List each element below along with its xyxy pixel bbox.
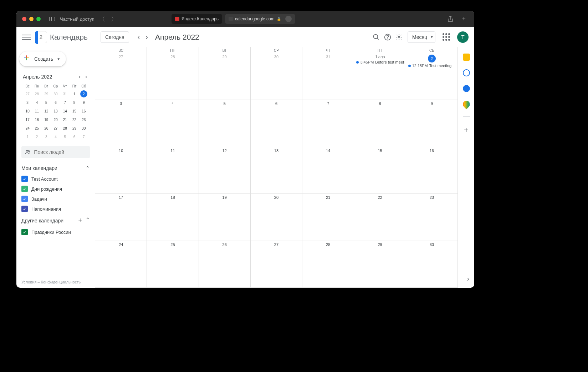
contacts-app-icon[interactable]	[463, 85, 470, 92]
collapse-side-panel-button[interactable]: ›	[467, 275, 469, 283]
mini-day-cell[interactable]: 28	[32, 90, 41, 98]
close-window-button[interactable]	[22, 17, 26, 21]
sidebar-toggle-icon[interactable]	[49, 17, 55, 21]
day-cell[interactable]: 15	[354, 147, 406, 194]
mini-day-cell[interactable]: 27	[23, 90, 32, 98]
day-cell[interactable]: 16	[406, 147, 458, 194]
main-menu-button[interactable]	[22, 33, 31, 41]
day-cell[interactable]: 10	[95, 147, 147, 194]
minimize-window-button[interactable]	[29, 17, 34, 21]
calendar-list-item[interactable]: ✓Test Account	[21, 174, 90, 184]
calendar-logo[interactable]: 2	[35, 31, 47, 43]
mini-day-cell[interactable]: 20	[51, 115, 60, 124]
mini-day-cell[interactable]: 21	[60, 115, 70, 124]
calendar-list-item[interactable]: ✓Праздники России	[21, 227, 90, 237]
mini-day-cell[interactable]: 3	[23, 98, 32, 107]
mini-day-cell[interactable]: 11	[32, 107, 41, 115]
search-icon[interactable]	[372, 33, 380, 41]
checkbox-icon[interactable]: ✓	[21, 186, 28, 192]
mini-day-cell[interactable]: 24	[23, 124, 32, 132]
mini-day-cell[interactable]: 1	[70, 90, 79, 98]
mini-day-cell[interactable]: 1	[23, 132, 32, 141]
day-cell[interactable]: 29	[199, 53, 251, 100]
browser-forward-button[interactable]: 〉	[109, 15, 119, 23]
account-avatar[interactable]: T	[457, 31, 469, 43]
day-cell[interactable]: 21	[302, 194, 354, 241]
day-cell[interactable]: 30	[406, 241, 458, 288]
day-cell[interactable]: 6	[251, 100, 302, 147]
day-cell[interactable]: 212:15PM Test meeting	[406, 53, 458, 100]
mini-day-cell[interactable]: 23	[79, 115, 88, 124]
my-calendars-header[interactable]: Мои календари ⌃	[19, 163, 92, 173]
mini-day-cell[interactable]: 26	[42, 124, 51, 132]
mini-day-cell[interactable]: 29	[70, 124, 79, 132]
mini-day-cell[interactable]: 6	[70, 132, 79, 141]
day-cell[interactable]: 27	[251, 241, 302, 288]
day-cell[interactable]: 8	[354, 100, 406, 147]
share-icon[interactable]	[445, 16, 456, 22]
day-cell[interactable]: 9	[406, 100, 458, 147]
calendar-event[interactable]: 3:45PM Before test meetin	[356, 60, 404, 65]
browser-back-button[interactable]: 〈	[97, 15, 107, 23]
browser-tab-google-calendar[interactable]: calendar.google.com 🔒	[225, 14, 295, 24]
day-cell[interactable]: 29	[354, 241, 406, 288]
footer-links[interactable]: Условия – Конфиденциальность	[21, 280, 81, 284]
mini-day-cell[interactable]: 5	[60, 132, 70, 141]
checkbox-icon[interactable]: ✓	[21, 176, 28, 182]
day-cell[interactable]: 26	[199, 241, 251, 288]
mini-day-cell[interactable]: 3	[42, 132, 51, 141]
mini-day-cell[interactable]: 22	[70, 115, 79, 124]
add-addon-button[interactable]: +	[464, 125, 469, 135]
new-tab-button[interactable]: +	[459, 15, 469, 23]
checkbox-icon[interactable]: ✓	[21, 206, 28, 212]
mini-day-cell[interactable]: 2	[79, 90, 88, 98]
day-cell[interactable]: 4	[147, 100, 199, 147]
checkbox-icon[interactable]: ✓	[21, 196, 28, 202]
day-cell[interactable]: 1 апр3:45PM Before test meetin	[354, 53, 406, 100]
mini-day-cell[interactable]: 14	[60, 107, 70, 115]
other-calendars-header[interactable]: Другие календари + ⌃	[19, 215, 92, 226]
maps-app-icon[interactable]	[461, 99, 471, 109]
day-cell[interactable]: 28	[302, 241, 354, 288]
day-cell[interactable]: 22	[354, 194, 406, 241]
mini-day-cell[interactable]: 13	[51, 107, 60, 115]
day-cell[interactable]: 11	[147, 147, 199, 194]
search-people-input[interactable]	[34, 149, 86, 155]
mini-day-cell[interactable]: 29	[42, 90, 51, 98]
day-cell[interactable]: 5	[199, 100, 251, 147]
day-cell[interactable]: 25	[147, 241, 199, 288]
mini-day-cell[interactable]: 16	[79, 107, 88, 115]
reader-icon[interactable]	[285, 16, 292, 22]
mini-day-cell[interactable]: 8	[70, 98, 79, 107]
mini-next-month-button[interactable]: ›	[84, 74, 88, 80]
mini-day-cell[interactable]: 4	[51, 132, 60, 141]
browser-tab-yandex[interactable]: Яндекс.Календарь	[172, 14, 222, 24]
mini-day-cell[interactable]: 30	[51, 90, 60, 98]
calendar-list-item[interactable]: ✓Напоминания	[21, 204, 90, 214]
day-cell[interactable]: 17	[95, 194, 147, 241]
day-cell[interactable]: 13	[251, 147, 302, 194]
mini-day-cell[interactable]: 15	[70, 107, 79, 115]
today-button[interactable]: Сегодня	[101, 31, 129, 43]
day-cell[interactable]: 24	[95, 241, 147, 288]
mini-day-cell[interactable]: 25	[32, 124, 41, 132]
mini-day-cell[interactable]: 4	[32, 98, 41, 107]
day-cell[interactable]: 3	[95, 100, 147, 147]
mini-day-cell[interactable]: 12	[42, 107, 51, 115]
mini-day-cell[interactable]: 5	[42, 98, 51, 107]
prev-period-button[interactable]: ‹	[135, 31, 143, 43]
keep-app-icon[interactable]	[463, 54, 470, 61]
day-cell[interactable]: 18	[147, 194, 199, 241]
mini-prev-month-button[interactable]: ‹	[77, 74, 82, 80]
day-cell[interactable]: 27	[95, 53, 147, 100]
tasks-app-icon[interactable]	[463, 69, 470, 76]
day-cell[interactable]: 28	[147, 53, 199, 100]
mini-day-cell[interactable]: 9	[79, 98, 88, 107]
mini-day-cell[interactable]: 7	[60, 98, 70, 107]
day-cell[interactable]: 12	[199, 147, 251, 194]
mini-day-cell[interactable]: 18	[32, 115, 41, 124]
maximize-window-button[interactable]	[36, 17, 41, 21]
calendar-list-item[interactable]: ✓Дни рождения	[21, 184, 90, 194]
day-cell[interactable]: 14	[302, 147, 354, 194]
view-selector[interactable]: Месяц ▼	[408, 31, 435, 43]
